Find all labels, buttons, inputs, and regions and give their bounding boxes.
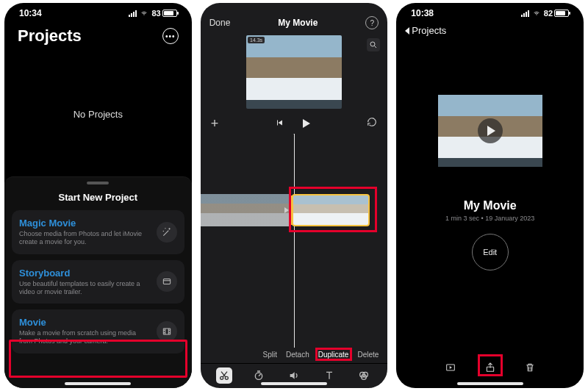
- back-label: Projects: [412, 25, 446, 36]
- tool-cut-icon[interactable]: [216, 367, 232, 384]
- zoom-icon[interactable]: [367, 38, 380, 51]
- clip-actions-row: Split Detach Duplicate Delete: [201, 348, 388, 363]
- home-indicator[interactable]: [457, 382, 523, 385]
- option-title: Storyboard: [19, 268, 151, 279]
- svg-rect-0: [163, 279, 170, 284]
- battery-percentage: 82: [544, 9, 553, 18]
- status-bar: 10:34 83: [4, 3, 192, 24]
- share-icon[interactable]: [481, 359, 499, 376]
- option-magic-movie[interactable]: Magic Movie Choose media from Photos and…: [12, 210, 184, 254]
- option-subtitle: Use beautiful templates to easily create…: [19, 280, 151, 297]
- sheet-title: Start New Project: [4, 192, 192, 203]
- detail-header: Projects: [396, 24, 584, 40]
- action-detach[interactable]: Detach: [286, 351, 309, 359]
- battery-indicator: 82: [544, 9, 569, 18]
- clip-thumbnail[interactable]: [201, 194, 289, 226]
- screen-editor: Done My Movie ? 14.3s +: [201, 3, 388, 388]
- movie-title: My Movie: [464, 199, 517, 212]
- action-delete[interactable]: Delete: [357, 351, 379, 359]
- status-bar: 10:38 82: [396, 3, 584, 24]
- status-time: 10:38: [411, 8, 434, 18]
- play-button[interactable]: [303, 119, 310, 128]
- play-overlay-icon[interactable]: [478, 118, 503, 143]
- home-indicator[interactable]: [65, 382, 131, 385]
- tool-text-icon[interactable]: [321, 367, 337, 384]
- skip-start-icon[interactable]: [275, 117, 284, 130]
- movie-preview[interactable]: [438, 95, 542, 167]
- action-split[interactable]: Split: [263, 351, 277, 359]
- video-preview-area: 14.3s: [201, 32, 388, 113]
- tool-audio-icon[interactable]: [286, 367, 302, 384]
- magic-wand-icon: [157, 222, 177, 243]
- storyboard-icon: [157, 271, 177, 292]
- status-time: 10:34: [19, 8, 42, 18]
- option-title: Movie: [19, 317, 151, 328]
- option-movie[interactable]: Movie Make a movie from scratch using me…: [12, 309, 184, 354]
- edit-button[interactable]: Edit: [472, 234, 509, 270]
- signal-icon: [129, 10, 137, 17]
- screen-projects: 10:34 83 Projects ••• No Projects Start …: [4, 3, 192, 388]
- undo-button[interactable]: [367, 117, 377, 130]
- video-track[interactable]: [201, 193, 388, 228]
- svg-point-2: [370, 42, 375, 46]
- help-icon[interactable]: ?: [365, 16, 379, 29]
- film-icon: [157, 321, 177, 342]
- selected-clip[interactable]: [292, 194, 370, 226]
- more-options-icon[interactable]: •••: [162, 28, 179, 44]
- editor-header: Done My Movie ?: [201, 13, 388, 32]
- signal-icon: [521, 10, 529, 17]
- project-title: My Movie: [278, 18, 318, 28]
- status-icons: 82: [521, 9, 569, 18]
- edit-label: Edit: [483, 248, 497, 257]
- wifi-icon: [532, 10, 541, 17]
- sheet-grabber[interactable]: [87, 182, 109, 184]
- page-title: Projects: [18, 26, 82, 46]
- back-button[interactable]: Projects: [405, 25, 446, 36]
- tool-filters-icon[interactable]: [356, 367, 372, 384]
- play-inline-icon[interactable]: [442, 359, 459, 376]
- transport-bar: +: [201, 113, 388, 134]
- movie-meta: 1 min 3 sec • 19 January 2023: [445, 215, 534, 222]
- projects-header: Projects •••: [4, 24, 192, 51]
- chevron-left-icon: [405, 27, 409, 35]
- wifi-icon: [140, 10, 148, 17]
- add-media-button[interactable]: +: [211, 116, 219, 132]
- playhead[interactable]: [294, 134, 295, 348]
- status-icons: 83: [129, 9, 176, 18]
- video-preview[interactable]: 14.3s: [246, 35, 342, 109]
- battery-indicator: 83: [151, 9, 176, 18]
- trash-icon[interactable]: [521, 359, 539, 376]
- svg-rect-1: [163, 329, 170, 334]
- action-duplicate[interactable]: Duplicate: [318, 351, 349, 359]
- option-title: Magic Movie: [19, 218, 151, 229]
- new-project-sheet: Start New Project Magic Movie Choose med…: [4, 176, 192, 388]
- home-indicator[interactable]: [261, 382, 327, 385]
- done-button[interactable]: Done: [209, 18, 231, 28]
- screen-project-detail: 10:38 82 Projects My Movie 1 min 3 sec •…: [396, 3, 584, 388]
- tool-speed-icon[interactable]: [251, 367, 267, 384]
- option-storyboard[interactable]: Storyboard Use beautiful templates to ea…: [12, 260, 184, 304]
- trim-handle-icon[interactable]: [284, 207, 289, 213]
- battery-percentage: 83: [151, 9, 160, 18]
- clip-duration-badge: 14.3s: [248, 37, 265, 43]
- projects-empty-label: No Projects: [4, 51, 192, 176]
- option-subtitle: Choose media from Photos and let iMovie …: [19, 230, 151, 247]
- option-subtitle: Make a movie from scratch using media fr…: [19, 329, 151, 346]
- detail-body: My Movie 1 min 3 sec • 19 January 2023 E…: [396, 40, 584, 354]
- timeline[interactable]: [201, 134, 388, 348]
